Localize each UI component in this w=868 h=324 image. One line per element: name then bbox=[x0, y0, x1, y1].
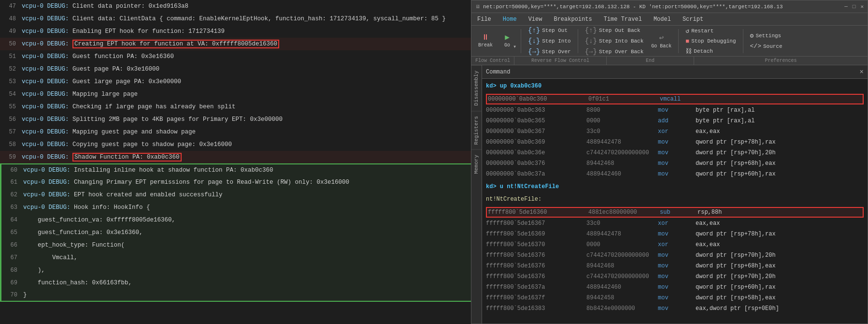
go-icon: ▶ bbox=[505, 34, 510, 42]
menu-view[interactable]: View bbox=[523, 13, 548, 25]
line-number: 64 bbox=[1, 217, 23, 223]
break-button[interactable]: ⏸ Break bbox=[475, 32, 496, 50]
settings-label: Settings bbox=[755, 33, 781, 39]
menu-time-travel[interactable]: Time Travel bbox=[598, 13, 648, 25]
code-line: 67 Vmcall, bbox=[0, 251, 471, 264]
code-lines: 47vcpu-0 DEBUG: Client data pointer: 0x1… bbox=[0, 0, 471, 302]
code-line: 63vcpu-0 DEBUG: Hook info: HookInfo { bbox=[0, 201, 471, 214]
line-content: vcpu-0 DEBUG: Creating EPT hook for func… bbox=[22, 41, 279, 47]
disasm-line-item: 00000000`0ab0c37689442468movdword ptr [r… bbox=[486, 158, 864, 169]
line-content: guest_function_pa: 0x3e16360, bbox=[23, 229, 143, 236]
disasm-line-item: 00000000`0ab0c36ec74424702000000000movdw… bbox=[486, 147, 864, 158]
step-over-back-label: Step Over Back bbox=[599, 49, 643, 55]
code-line: 60vcpu-0 DEBUG: Installing inline hook a… bbox=[0, 163, 471, 176]
line-number: 51 bbox=[0, 53, 22, 60]
step-into-button[interactable]: {↓} Step Into bbox=[525, 36, 574, 46]
source-button[interactable]: </> Source bbox=[747, 42, 785, 51]
step-into-back-label: Step Into Back bbox=[599, 38, 643, 44]
end-label: End bbox=[607, 58, 694, 63]
line-number: 52 bbox=[0, 66, 22, 73]
end-group: ↺ Restart ■ Stop Debugging ⛓ Detach bbox=[683, 26, 739, 56]
step-out-back-row: {↑} Step Out Back bbox=[582, 26, 647, 35]
memory-tab[interactable]: Memory bbox=[471, 149, 482, 179]
flow-control-label: Flow Control bbox=[471, 58, 514, 63]
line-content: ept_hook_type: Function( bbox=[23, 242, 125, 249]
line-content: vcpu-0 DEBUG: Mapping guest page and sha… bbox=[22, 129, 196, 135]
code-line: 66 ept_hook_type: Function( bbox=[0, 239, 471, 251]
disasm-line-item: fffff800`5de163838b8424e0000000moveax,dw… bbox=[486, 303, 864, 314]
code-line: 57vcpu-0 DEBUG: Mapping guest page and s… bbox=[0, 126, 471, 138]
line-content: vcpu-0 DEBUG: Mapping large page bbox=[22, 91, 138, 98]
line-content: vcpu-0 DEBUG: Shadow Function PA: 0xab0c… bbox=[22, 154, 182, 161]
disasm-output[interactable]: kd> up 0xab0c36000000000`0ab0c3600f01c1v… bbox=[482, 79, 868, 324]
line-content: vcpu-0 DEBUG: Checking if large page has… bbox=[22, 103, 236, 110]
code-line: 70} bbox=[0, 289, 471, 302]
go-button[interactable]: ▶ Go ▼ bbox=[498, 32, 517, 50]
go-back-button[interactable]: ↩ Go Back bbox=[648, 31, 674, 51]
window-title: net:port=50000,key=****,target=192.168.1… bbox=[483, 4, 840, 10]
line-content: vcpu-0 DEBUG: Guest function PA: 0x3e163… bbox=[22, 53, 174, 60]
step-over-back-row: {→} Step Over Back bbox=[582, 47, 647, 57]
step-out-label: Step Out bbox=[542, 28, 568, 33]
menu-bar: File Home View Breakpoints Time Travel M… bbox=[471, 13, 868, 26]
menu-home[interactable]: Home bbox=[497, 13, 523, 25]
step-out-back-button[interactable]: {↑} Step Out Back bbox=[582, 26, 643, 35]
code-line: 48vcpu-0 DEBUG: Client data: ClientData … bbox=[0, 13, 471, 25]
stop-debugging-button[interactable]: ■ Stop Debugging bbox=[683, 37, 739, 46]
source-icon: </> bbox=[750, 43, 761, 50]
separator-2 bbox=[578, 29, 578, 53]
close-icon[interactable]: ✕ bbox=[860, 3, 864, 10]
maximize-icon[interactable]: □ bbox=[853, 4, 856, 10]
code-line: 47vcpu-0 DEBUG: Client data pointer: 0x1… bbox=[0, 0, 471, 13]
step-over-button[interactable]: {→} Step Over bbox=[525, 47, 574, 57]
line-content: vcpu-0 DEBUG: Installing inline hook at … bbox=[23, 167, 273, 174]
reverse-step-group: {↑} Step Out Back {↓} Step Into Back {→}… bbox=[582, 26, 647, 57]
menu-model[interactable]: Model bbox=[648, 13, 677, 25]
step-out-back-icon: {↑} bbox=[585, 27, 597, 34]
step-into-icon: {↓} bbox=[528, 37, 540, 45]
settings-button[interactable]: ⚙ Settings bbox=[747, 31, 785, 41]
line-content: vcpu-0 DEBUG: EPT hook created and enabl… bbox=[23, 191, 223, 198]
line-number: 47 bbox=[0, 3, 22, 10]
separator-3 bbox=[678, 29, 679, 53]
step-out-button[interactable]: {↑} Step Out bbox=[525, 26, 570, 35]
line-number: 56 bbox=[0, 116, 22, 123]
line-number: 66 bbox=[1, 242, 23, 249]
break-label: Break bbox=[478, 43, 493, 48]
disassembly-tab[interactable]: Disassembly bbox=[471, 65, 482, 111]
code-line: 61vcpu-0 DEBUG: Changing Primary EPT per… bbox=[0, 176, 471, 189]
disasm-line-item: fffff800`5de163700000xoreax,eax bbox=[486, 239, 864, 250]
line-number: 63 bbox=[1, 204, 23, 211]
line-number: 49 bbox=[0, 28, 22, 35]
menu-script[interactable]: Script bbox=[677, 13, 709, 25]
restart-button[interactable]: ↺ Restart bbox=[683, 26, 739, 36]
registers-tab[interactable]: Registers bbox=[471, 111, 482, 149]
code-line: 50vcpu-0 DEBUG: Creating EPT hook for fu… bbox=[0, 38, 471, 50]
detach-button[interactable]: ⛓ Detach bbox=[683, 47, 739, 56]
debugger-titlebar: 🖥 net:port=50000,key=****,target=192.168… bbox=[471, 0, 868, 13]
line-number: 57 bbox=[0, 129, 22, 135]
disasm-line-item: fffff800`5de1636733c0xoreax,eax bbox=[486, 218, 864, 229]
disasm-line-item: 00000000`0ab0c3638800movbyte ptr [rax],a… bbox=[486, 105, 864, 116]
code-line: 58vcpu-0 DEBUG: Copying guest page to sh… bbox=[0, 138, 471, 151]
line-content: vcpu-0 DEBUG: Copying guest page to shad… bbox=[22, 141, 232, 148]
minimize-icon[interactable]: ─ bbox=[844, 4, 848, 10]
step-into-back-icon: {↓} bbox=[585, 37, 597, 45]
line-content: vcpu-0 DEBUG: Enabling EPT hook for func… bbox=[22, 28, 225, 35]
step-out-icon: {↑} bbox=[528, 27, 540, 34]
line-number: 48 bbox=[0, 15, 22, 22]
menu-breakpoints[interactable]: Breakpoints bbox=[548, 13, 598, 25]
code-line: 53vcpu-0 DEBUG: Guest large page PA: 0x3… bbox=[0, 75, 471, 88]
go-label: Go bbox=[504, 43, 510, 48]
step-into-row: {↓} Step Into bbox=[525, 36, 574, 46]
code-line: 59vcpu-0 DEBUG: Shadow Function PA: 0xab… bbox=[0, 151, 471, 163]
line-number: 55 bbox=[0, 103, 22, 110]
disasm-line-item: 00000000`0ab0c37a4889442460movqword ptr … bbox=[486, 169, 864, 179]
disasm-label: nt!NtCreateFile: bbox=[486, 194, 864, 205]
line-content: guest_function_va: 0xfffff8005de16360, bbox=[23, 217, 175, 223]
restart-icon: ↺ bbox=[685, 27, 689, 35]
step-into-back-button[interactable]: {↓} Step Into Back bbox=[582, 36, 647, 46]
menu-file[interactable]: File bbox=[471, 13, 497, 25]
command-close-button[interactable]: × bbox=[860, 68, 864, 76]
step-over-back-button[interactable]: {→} Step Over Back bbox=[582, 47, 647, 57]
